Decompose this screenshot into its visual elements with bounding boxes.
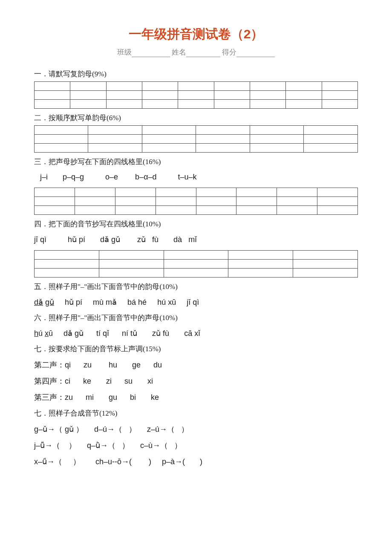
section-4-content: jī qì hǔ pí dǎ gǔ zǔ fù dà mǐ xyxy=(34,235,358,244)
student-info-line: 班级 姓名 得分 xyxy=(34,47,358,57)
section-8-line-1: g–ǔ→（ gǔ ） d–ú→（ ） z–ú→（ ） xyxy=(34,424,358,434)
section-3-title: 三．把声母抄写在下面的四线格里(16%) xyxy=(34,157,358,167)
class-blank[interactable] xyxy=(132,50,170,57)
grid-3[interactable] xyxy=(34,188,358,215)
section-8-line-2: j–ǚ→（ ） q–ǜ→（ ） c–ù→（ ） xyxy=(34,440,358,451)
section-3-content: j–i p–q–g o–e b–α–d t–u–k xyxy=(34,173,358,182)
name-label: 姓名 xyxy=(172,48,186,56)
tone-4-label: 第四声： xyxy=(34,377,65,385)
tone-2-line: 第二声：qi zu hu ge du xyxy=(34,360,358,370)
grid-2[interactable] xyxy=(34,125,358,153)
tone-4-content: ci ke zi su xi xyxy=(65,377,153,385)
tone-3-label: 第三声： xyxy=(34,393,65,402)
class-label: 班级 xyxy=(117,48,132,56)
score-label: 得分 xyxy=(222,48,236,56)
tone-3-content: zu mi gu bi ke xyxy=(65,393,159,402)
tone-3-line: 第三声：zu mi gu bi ke xyxy=(34,392,358,402)
name-blank[interactable] xyxy=(186,50,220,57)
section-5-content: dǎ gǔ hǔ pí mù mǎ bá hé hú xū jī qì xyxy=(34,298,358,307)
grid-4[interactable] xyxy=(34,250,358,278)
section-8-line-3: x–ǘ→（ ） ch–u--ō→( ) p–à→( ) xyxy=(34,457,358,467)
section-8-title: 七．照样子合成音节(12%) xyxy=(34,408,358,418)
page-title: 一年级拼音测试卷（2） xyxy=(34,26,358,43)
section-4-title: 四．把下面的音节抄写在四线格里(10%) xyxy=(34,219,358,229)
tone-2-content: qi zu hu ge du xyxy=(65,361,162,369)
section-1-title: 一．请默写复韵母(9%) xyxy=(34,69,358,79)
score-blank[interactable] xyxy=(236,50,275,57)
section-5-title: 五．照样子用"–"画出下面音节中的韵母(10%) xyxy=(34,282,358,292)
section-6-title: 六．照样子用"–"画出下面音节中的声母(10%) xyxy=(34,313,358,323)
tone-4-line: 第四声：ci ke zi su xi xyxy=(34,376,358,386)
section-7-title: 七．按要求给下面的音节标上声调(15%) xyxy=(34,344,358,354)
tone-2-label: 第二声： xyxy=(34,361,65,369)
section-6-content: hú xū dǎ gǔ tí qǐ ní tǔ zǔ fù cā xǐ xyxy=(34,329,358,338)
grid-1[interactable] xyxy=(34,81,358,109)
section-2-title: 二．按顺序默写单韵母(6%) xyxy=(34,113,358,123)
